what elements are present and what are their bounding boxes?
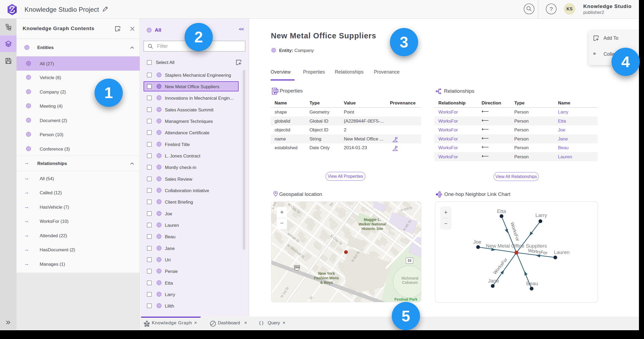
- svg-text:& Boys: & Boys: [320, 280, 333, 285]
- svg-text:Walker National: Walker National: [358, 222, 386, 226]
- svg-text:?: ?: [550, 6, 553, 12]
- svg-text:Maggie L.: Maggie L.: [364, 217, 381, 222]
- svg-text:Joe: Joe: [473, 239, 482, 245]
- svg-text:Jane: Jane: [488, 278, 499, 284]
- svg-text:Lauren: Lauren: [554, 249, 569, 255]
- svg-text:New York: New York: [318, 271, 335, 276]
- svg-text:Etta: Etta: [497, 208, 506, 214]
- svg-text:WorksFor: WorksFor: [492, 257, 508, 275]
- svg-text:Coliseum: Coliseum: [402, 280, 418, 285]
- svg-text:+: +: [280, 209, 284, 216]
- svg-text:Fashion Mens: Fashion Mens: [314, 276, 339, 280]
- svg-text:Beau: Beau: [526, 281, 538, 286]
- svg-text:250: 250: [295, 266, 299, 269]
- svg-text:Larry: Larry: [535, 212, 547, 218]
- svg-text:Historic Site: Historic Site: [361, 227, 383, 231]
- svg-text:+: +: [444, 209, 448, 216]
- svg-text:−: −: [444, 220, 448, 227]
- svg-text:New Metal Office Suppliers: New Metal Office Suppliers: [486, 243, 547, 249]
- svg-text:33: 33: [408, 259, 411, 263]
- svg-text:Richmond: Richmond: [401, 276, 418, 280]
- svg-text:−: −: [280, 220, 284, 227]
- svg-text:Festival Park: Festival Park: [394, 297, 418, 301]
